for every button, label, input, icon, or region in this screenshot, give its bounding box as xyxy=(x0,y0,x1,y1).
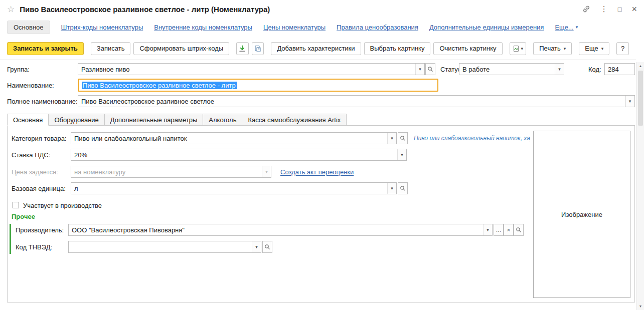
status-value: В работе xyxy=(459,64,555,75)
base-unit-input[interactable]: л ▾ xyxy=(71,182,397,194)
group-open-button[interactable] xyxy=(425,63,435,75)
tnved-open-button[interactable] xyxy=(262,241,272,253)
maximize-button[interactable]: □ xyxy=(618,6,622,13)
full-name-input[interactable]: Пиво Василеостровское разливное светлое xyxy=(78,95,625,107)
get-link-button[interactable] xyxy=(582,5,590,13)
print-button[interactable]: Печать ▾ xyxy=(533,42,572,55)
tnved-input[interactable]: ▾ xyxy=(68,241,261,253)
tab-main[interactable]: Основная xyxy=(7,114,49,126)
base-unit-value: л xyxy=(71,183,387,194)
name-label: Наименование: xyxy=(7,79,54,91)
copy-icon xyxy=(254,45,261,52)
help-button[interactable]: ? xyxy=(616,42,629,55)
pricing-label: Цена задается: xyxy=(12,166,58,178)
add-characteristics-button[interactable]: Добавить характеристики xyxy=(271,42,361,55)
nav-link-internal-codes[interactable]: Внутренние коды номенклатуры xyxy=(154,24,252,31)
manufacturer-value: ООО "Василеостровская Пивоварня" xyxy=(69,224,483,235)
name-value-wrap: Пиво Василеостровское разливное светлое … xyxy=(79,80,437,91)
nav-link-extra-units[interactable]: Дополнительные единицы измерения xyxy=(429,24,544,31)
tab-content-main: Категория товара: Пиво или слабоалкоголь… xyxy=(7,125,635,302)
open-icon xyxy=(400,185,406,191)
title-bar: ☆ Пиво Василеостровское разливное светло… xyxy=(0,0,644,18)
nav-link-barcodes[interactable]: Штрих-коды номенклатуры xyxy=(61,24,143,31)
chevron-down-icon: ▾ xyxy=(521,46,524,51)
group-input[interactable]: Разливное пиво ▾ xyxy=(78,63,425,75)
pricing-input: на номенклатуру ▾ xyxy=(71,166,271,178)
print-label: Печать xyxy=(539,45,561,52)
production-checkbox[interactable] xyxy=(13,202,19,208)
kebab-menu-icon[interactable]: ⋮ xyxy=(600,5,608,14)
tnved-value xyxy=(69,241,252,252)
vat-label: Ставка НДС: xyxy=(12,149,50,161)
category-dropdown-button[interactable]: ▾ xyxy=(387,133,396,144)
category-input[interactable]: Пиво или слабоалкогольный напиток ▾ xyxy=(71,132,397,144)
navigation-bar: Основное Штрих-коды номенклатуры Внутрен… xyxy=(0,18,644,36)
favorite-star-icon[interactable]: ☆ xyxy=(7,4,15,15)
pricing-value: на номенклатуру xyxy=(71,166,262,177)
other-section-header: Прочее xyxy=(12,213,35,220)
name-input[interactable]: Пиво Василеостровское разливное светлое … xyxy=(78,79,438,92)
status-dropdown-button[interactable]: ▾ xyxy=(555,64,564,75)
vertical-scrollbar[interactable]: ▲ ▼ xyxy=(636,62,644,310)
select-picture-button[interactable]: Выбрать картинку xyxy=(364,42,431,55)
copy-barcodes-button[interactable] xyxy=(252,42,264,55)
tab-artix-kiosk[interactable]: Касса самообслуживания Artix xyxy=(242,114,347,126)
picture-menu-button[interactable]: ▾ xyxy=(510,42,527,55)
full-name-dropdown-button[interactable]: ▾ xyxy=(625,95,635,107)
vat-dropdown-button[interactable]: ▾ xyxy=(397,149,406,160)
save-and-close-button[interactable]: Записать и закрыть xyxy=(7,42,84,55)
base-unit-dropdown-button[interactable]: ▾ xyxy=(387,183,396,194)
link-icon xyxy=(582,5,590,13)
code-label: Код: xyxy=(588,63,601,75)
create-revaluation-link[interactable]: Создать акт переоценки xyxy=(280,168,354,176)
status-input[interactable]: В работе ▾ xyxy=(459,63,564,75)
tab-strip: Основная Оборудование Дополнительные пар… xyxy=(7,114,346,126)
window-controls: ⋮ □ × xyxy=(582,5,637,14)
section-group-line xyxy=(10,224,11,254)
manufacturer-input[interactable]: ООО "Василеостровская Пивоварня" ▾ xyxy=(68,224,493,236)
download-button[interactable] xyxy=(236,42,249,55)
chevron-down-icon: ▾ xyxy=(601,46,604,51)
clear-picture-button[interactable]: Очистить картинку xyxy=(433,42,502,55)
nav-link-prices[interactable]: Цены номенклатуры xyxy=(263,24,326,31)
tnved-dropdown-button[interactable]: ▾ xyxy=(252,241,261,252)
name-value-selected: Пиво Василеостровское разливное светлое … xyxy=(82,82,237,89)
manufacturer-open-button[interactable] xyxy=(514,224,524,236)
tab-equipment[interactable]: Оборудование xyxy=(48,114,104,126)
base-unit-open-button[interactable] xyxy=(398,182,408,194)
manufacturer-ellipsis-button[interactable]: … xyxy=(494,224,504,236)
tab-extra-params[interactable]: Дополнительные параметры xyxy=(104,114,204,126)
scroll-up-button[interactable]: ▲ xyxy=(637,62,644,70)
more-button[interactable]: Еще ▾ xyxy=(579,42,609,55)
manufacturer-clear-button[interactable]: × xyxy=(504,224,514,236)
nav-tab-main[interactable]: Основное xyxy=(7,21,50,34)
save-button[interactable]: Записать xyxy=(91,42,131,55)
close-button[interactable]: × xyxy=(631,5,637,14)
nav-more-button[interactable]: Еще... ▾ xyxy=(555,24,578,31)
scroll-thumb[interactable] xyxy=(638,71,643,126)
scroll-down-button[interactable]: ▼ xyxy=(637,302,644,310)
tab-alcohol[interactable]: Алкоголь xyxy=(203,114,242,126)
nav-more-label: Еще... xyxy=(555,24,573,31)
picture-file-icon xyxy=(513,45,520,52)
open-icon xyxy=(400,135,406,141)
group-value: Разливное пиво xyxy=(78,64,415,75)
category-open-button[interactable] xyxy=(398,132,408,144)
nav-link-pricing-rules[interactable]: Правила ценообразования xyxy=(337,24,418,31)
vat-input[interactable]: 20% ▾ xyxy=(71,149,407,161)
tnved-label: Код ТНВЭД: xyxy=(16,241,52,253)
image-placeholder-text: Изображение xyxy=(561,211,602,218)
code-input[interactable]: 284 xyxy=(604,63,635,75)
full-name-value: Пиво Василеостровское разливное светлое xyxy=(78,96,625,107)
manufacturer-label: Производитель: xyxy=(16,224,64,236)
vat-value: 20% xyxy=(71,149,397,160)
base-unit-label: Базовая единица: xyxy=(12,182,66,194)
image-panel[interactable]: Изображение xyxy=(533,131,630,298)
open-icon xyxy=(516,227,522,233)
full-name-label: Полное наименование: xyxy=(7,95,78,107)
open-icon xyxy=(427,66,433,72)
generate-barcodes-button[interactable]: Сформировать штрих-коды xyxy=(133,42,229,55)
toolbar: Записать и закрыть Записать Сформировать… xyxy=(0,37,636,60)
manufacturer-dropdown-button[interactable]: ▾ xyxy=(483,224,492,235)
group-dropdown-button[interactable]: ▾ xyxy=(415,64,424,75)
